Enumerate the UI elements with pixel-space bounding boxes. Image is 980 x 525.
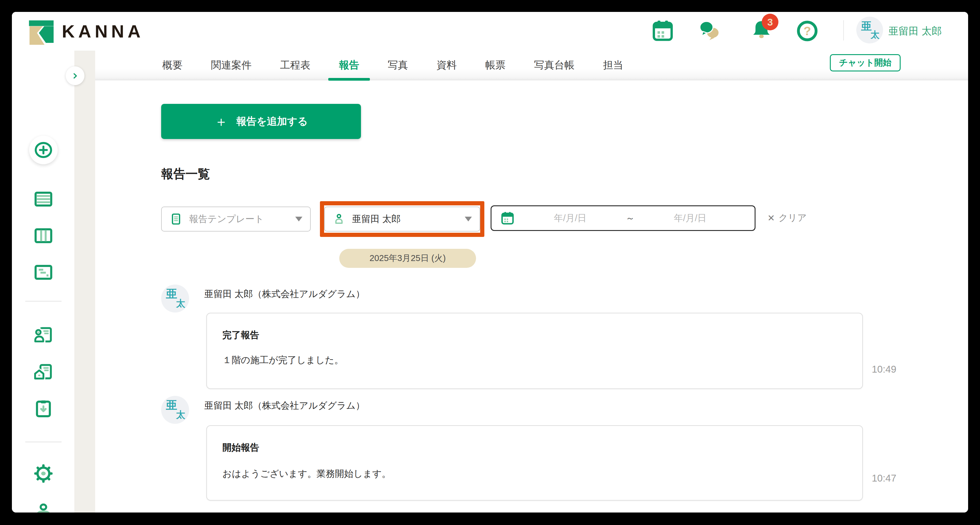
app-window: KANNA 3 — [12, 12, 968, 512]
template-filter-placeholder: 報告テンプレート — [189, 213, 264, 225]
report-card[interactable]: 完了報告 １階の施工が完了しました。 — [206, 313, 863, 389]
svg-text:?: ? — [803, 24, 811, 38]
tab-report[interactable]: 報告 — [339, 58, 359, 72]
entry-author: 亜留田 太郎（株式会社アルダグラム） — [204, 288, 365, 300]
report-time: 10:47 — [872, 472, 896, 484]
header-user-name[interactable]: 亜留田 太郎 — [888, 24, 942, 38]
tab-overview[interactable]: 概要 — [162, 58, 183, 72]
date-range-separator: ～ — [626, 212, 635, 224]
tab-photo-ledger[interactable]: 写真台帳 — [534, 58, 574, 72]
avatar-char-bottom: 太 — [870, 30, 880, 39]
house-document-icon[interactable] — [33, 362, 54, 383]
calendar-icon[interactable] — [651, 19, 675, 42]
plus-circle-icon — [33, 140, 53, 160]
person-icon[interactable] — [33, 501, 54, 512]
date-group-chip: 2025年3月25日 (火) — [339, 249, 476, 268]
left-sidebar — [12, 51, 74, 512]
avatar-char-top: 亜 — [861, 21, 872, 32]
avatar-char-top: 亜 — [166, 288, 177, 299]
highlight-box: 亜留田 太郎 — [320, 201, 484, 237]
sidebar-divider — [25, 301, 62, 302]
brand-wordmark: KANNA — [62, 22, 144, 40]
report-title: 開始報告 — [223, 441, 259, 454]
tab-assignees[interactable]: 担当 — [603, 58, 623, 72]
report-body: おはようございます。業務開始します。 — [223, 468, 391, 480]
tab-forms[interactable]: 帳票 — [485, 58, 506, 72]
entry-author: 亜留田 太郎（株式会社アルダグラム） — [204, 399, 365, 412]
calendar-icon — [500, 211, 515, 225]
caret-down-icon — [465, 217, 472, 222]
settings-gear-icon[interactable] — [33, 463, 54, 484]
kanna-logo-icon — [25, 19, 56, 46]
user-filter-value: 亜留田 太郎 — [352, 213, 401, 225]
clipboard-download-icon[interactable] — [33, 399, 54, 419]
card-summary-icon[interactable] — [33, 262, 54, 283]
report-time: 10:49 — [872, 364, 896, 375]
report-body: １階の施工が完了しました。 — [223, 354, 344, 366]
user-filter-dropdown[interactable]: 亜留田 太郎 — [324, 207, 480, 231]
caret-down-icon — [295, 217, 302, 222]
chevron-right-icon — [72, 72, 79, 80]
avatar-char-bottom: 太 — [176, 299, 185, 308]
date-start-placeholder[interactable]: 年/月/日 — [515, 212, 626, 224]
report-title: 完了報告 — [223, 329, 259, 341]
help-icon[interactable]: ? — [796, 20, 819, 42]
tab-schedule[interactable]: 工程表 — [280, 58, 310, 72]
chat-start-button[interactable]: チャット開始 — [830, 54, 900, 72]
entry-avatar: 亜 太 — [161, 284, 189, 313]
header-divider — [843, 20, 844, 40]
main-content: 概要 関連案件 工程表 報告 写真 資料 帳票 写真台帳 担当 チャット開始 ＋… — [95, 51, 968, 512]
page-gutter — [74, 51, 95, 512]
clear-filters-button[interactable]: ✕ クリア — [767, 211, 807, 225]
sidebar-expand-button[interactable] — [66, 66, 84, 85]
tab-documents[interactable]: 資料 — [436, 58, 457, 72]
board-columns-icon[interactable] — [33, 225, 54, 246]
avatar-char-top: 亜 — [166, 399, 177, 411]
section-title: 報告一覧 — [161, 166, 210, 182]
report-card[interactable]: 開始報告 おはようございます。業務開始します。 — [206, 425, 863, 501]
date-range-field[interactable]: 年/月/日 ～ 年/月/日 — [491, 205, 756, 231]
sidebar-divider — [25, 442, 62, 442]
avatar-char-bottom: 太 — [176, 410, 185, 419]
list-rows-icon[interactable] — [33, 189, 54, 209]
clear-label: クリア — [778, 212, 807, 224]
top-header: KANNA 3 — [12, 12, 968, 51]
chat-icon[interactable] — [698, 18, 721, 42]
create-plus-button[interactable] — [29, 136, 58, 164]
notification-badge: 3 — [762, 14, 778, 30]
tab-related-cases[interactable]: 関連案件 — [211, 58, 251, 72]
add-report-button[interactable]: ＋ 報告を追加する — [161, 104, 361, 139]
plus-icon: ＋ — [215, 115, 228, 128]
document-icon — [169, 212, 183, 226]
entry-avatar: 亜 太 — [161, 396, 189, 424]
tab-photos[interactable]: 写真 — [388, 58, 408, 72]
template-filter-dropdown[interactable]: 報告テンプレート — [161, 207, 311, 231]
add-report-label: 報告を追加する — [236, 115, 308, 128]
person-document-icon[interactable] — [33, 325, 54, 346]
close-icon: ✕ — [767, 213, 775, 223]
date-end-placeholder[interactable]: 年/月/日 — [635, 212, 746, 224]
user-avatar[interactable]: 亜 太 — [856, 17, 883, 43]
person-icon — [332, 212, 345, 226]
